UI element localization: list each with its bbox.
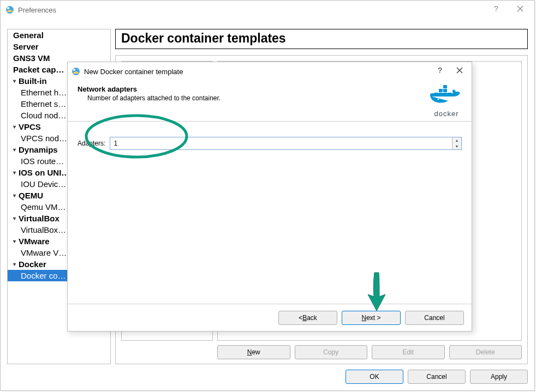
svg-point-11 <box>438 99 439 100</box>
page-title: Docker container templates <box>121 31 286 45</box>
preferences-title: Preferences <box>18 6 56 14</box>
tree-item-server[interactable]: Server <box>8 41 110 52</box>
svg-point-2 <box>72 68 80 75</box>
wizard-subheading: Number of adapters attached to the conta… <box>78 94 429 102</box>
cancel-button[interactable]: Cancel <box>408 370 466 384</box>
gns3-icon <box>71 67 81 76</box>
help-icon[interactable]: ? <box>484 1 508 17</box>
tree-item-general[interactable]: General <box>8 29 110 41</box>
ok-button[interactable]: OK <box>346 370 403 384</box>
adapters-spinbox[interactable]: 1 ▲ ▼ <box>110 137 462 150</box>
spin-up-icon[interactable]: ▲ <box>452 137 461 143</box>
page-title-box: Docker container templates <box>115 29 528 49</box>
svg-point-3 <box>73 69 75 71</box>
next-button[interactable]: Next > <box>342 311 401 325</box>
close-icon[interactable] <box>508 1 532 17</box>
svg-rect-8 <box>443 89 447 92</box>
svg-rect-9 <box>443 85 447 88</box>
svg-point-0 <box>6 6 14 14</box>
wizard-cancel-button[interactable]: Cancel <box>405 311 464 325</box>
docker-logo-icon: docker <box>429 85 464 118</box>
docker-logo-text: docker <box>429 110 464 118</box>
help-icon[interactable]: ? <box>430 62 450 79</box>
preferences-titlebar: Preferences ? <box>1 1 534 19</box>
gns3-icon <box>5 5 15 15</box>
adapters-value: 1 <box>110 140 117 147</box>
new-button[interactable]: New <box>217 345 290 359</box>
delete-button: Delete <box>449 345 522 359</box>
close-icon[interactable] <box>450 62 469 79</box>
back-button[interactable]: < Back <box>278 311 337 325</box>
wizard-title: New Docker container template <box>84 68 183 76</box>
spin-down-icon[interactable]: ▼ <box>452 143 461 149</box>
apply-button[interactable]: Apply <box>470 370 528 384</box>
adapters-label: Adapters: <box>78 140 105 147</box>
copy-button: Copy <box>295 345 368 359</box>
wizard-titlebar: New Docker container template ? <box>68 62 472 81</box>
wizard-heading: Network adapters <box>78 85 429 93</box>
svg-point-1 <box>7 7 9 9</box>
new-docker-template-wizard: New Docker container template ? Network … <box>67 62 472 331</box>
edit-button: Edit <box>372 345 445 359</box>
svg-rect-7 <box>439 89 443 92</box>
